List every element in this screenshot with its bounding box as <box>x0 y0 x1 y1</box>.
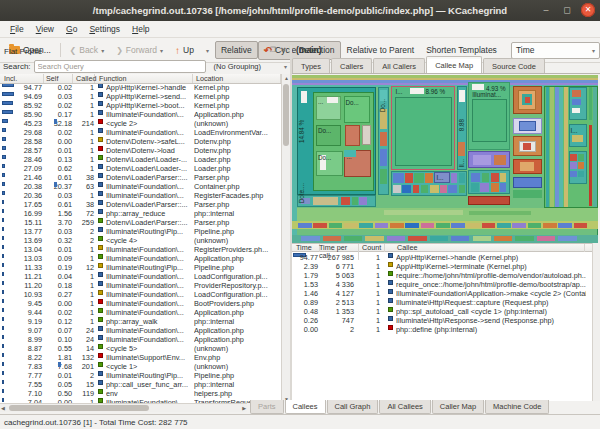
callee-map-rect[interactable] <box>572 90 581 97</box>
callee-map-rect[interactable] <box>458 142 465 155</box>
scrollbar-thumb[interactable] <box>283 84 289 146</box>
callee-row[interactable]: 2.396 7711App\Http\Kernel->terminate (Ke… <box>292 262 592 271</box>
callee-map-rect[interactable] <box>494 155 506 165</box>
callee-map-rect[interactable] <box>497 223 511 228</box>
callee-map-rect[interactable] <box>528 223 542 228</box>
scroll-left-icon[interactable]: ◀ <box>1 404 5 412</box>
callee-row[interactable]: 1.464 1271Illuminate\Foundation\Applicat… <box>292 289 592 298</box>
callee-map-rect[interactable] <box>473 155 491 165</box>
table-row[interactable]: 28.460.131Dotenv\Loader\Loader-...Loader… <box>0 155 281 164</box>
table-row[interactable]: 11.200.181Illuminate\Foundation\...Provi… <box>0 281 281 290</box>
table-row[interactable]: 28.580.001Dotenv\Dotenv->safeL...Dotenv.… <box>0 137 281 146</box>
callee-map-rect[interactable] <box>448 185 457 193</box>
bottom-tab-all-callees[interactable]: All Callees <box>379 400 430 414</box>
callee-map-rect[interactable] <box>408 236 426 241</box>
maximize-button[interactable]: ◻ <box>560 3 574 17</box>
table-row[interactable]: 9.440.021Illuminate\Foundation\...Applic… <box>0 308 281 317</box>
callee-map-rect[interactable] <box>472 84 484 90</box>
callee-map-rect[interactable] <box>570 171 576 178</box>
callee-map-rect[interactable] <box>482 173 490 181</box>
table-row[interactable]: 15.113.70259Dotenv\Loader\Parser::...Par… <box>0 218 281 227</box>
callee-map-rect[interactable] <box>480 183 489 191</box>
callee-row[interactable]: 0.481 3531php::spl_autoload_call <cycle … <box>292 307 592 316</box>
callee-map-rect[interactable] <box>572 99 581 106</box>
callee-map-rect[interactable] <box>341 197 350 205</box>
callee-map-rect[interactable] <box>523 143 531 150</box>
callee-map-rect[interactable] <box>559 87 563 207</box>
callee-map-rect[interactable] <box>405 173 413 183</box>
table-row[interactable]: 11.210.041Illuminate\Foundation\...LoadC… <box>0 272 281 281</box>
callee-map-rect[interactable] <box>525 97 530 103</box>
callee-map-rect[interactable] <box>380 169 388 184</box>
bottom-tab-parts[interactable]: Parts <box>250 400 284 414</box>
callee-map-rect[interactable] <box>327 97 338 103</box>
callee-map-rect[interactable] <box>468 196 510 205</box>
column-header-function[interactable]: Function <box>97 74 193 83</box>
dock-close-icon[interactable]: ✕ <box>280 46 286 54</box>
callee-map-rect[interactable] <box>410 88 424 94</box>
callee-map-rect[interactable] <box>323 236 341 241</box>
callee-map-rect[interactable] <box>451 223 465 228</box>
table-row[interactable]: 28.570.011Dotenv\Dotenv->loadDotenv.php <box>0 146 281 155</box>
callee-map-rect[interactable] <box>344 236 362 241</box>
table-row[interactable]: 9.190.121php::array_walkphp::internal <box>0 317 281 326</box>
callee-map-rect[interactable] <box>313 197 337 205</box>
callees-vertical-scrollbar[interactable] <box>592 243 600 401</box>
callee-map-rect[interactable] <box>380 149 388 166</box>
callee-map-rect[interactable] <box>393 173 404 183</box>
tab-all-callers[interactable]: All Callers <box>373 58 425 74</box>
callee-map-rect[interactable] <box>494 236 512 241</box>
callee-map-rect[interactable] <box>425 173 433 183</box>
callee-map-rect[interactable] <box>515 236 533 241</box>
menu-item-go[interactable]: Go <box>60 22 83 36</box>
menu-item-file[interactable]: File <box>4 22 30 36</box>
callee-map-rect[interactable] <box>414 173 423 183</box>
callee-map-rect[interactable] <box>578 154 584 161</box>
callee-map-rect[interactable] <box>459 90 465 102</box>
callee-map-rect[interactable] <box>519 121 536 131</box>
callee-row[interactable]: 0.267471Illuminate\Http\Response->send (… <box>292 316 592 325</box>
callee-map-rect[interactable] <box>593 87 597 207</box>
bottom-tab-callees[interactable]: Callees <box>285 400 326 414</box>
menu-item-settings[interactable]: Settings <box>83 22 126 36</box>
tab-types[interactable]: Types <box>292 58 330 74</box>
callee-map-rect[interactable] <box>440 185 446 193</box>
table-row[interactable]: 94.690.031App\Http\Kernel->send...Kernel… <box>0 92 281 101</box>
column-header-incl[interactable]: Incl. <box>2 74 44 83</box>
callee-map-rect[interactable] <box>301 91 307 103</box>
callee-map-rect[interactable] <box>384 210 464 215</box>
callee-map-rect[interactable] <box>471 183 479 191</box>
callee-map-rect[interactable] <box>589 125 593 206</box>
column-header-callee[interactable]: Callee <box>395 244 585 252</box>
table-row[interactable]: 20.360.031Illuminate\Foundation\...Regis… <box>0 191 281 200</box>
table-row[interactable]: 13.030.091Illuminate\Foundation\...Appli… <box>0 254 281 263</box>
table-row[interactable]: 7.100.50119envhelpers.php <box>0 389 281 398</box>
callee-map-rect[interactable] <box>570 162 576 169</box>
callee-row[interactable]: 0.892 5131Illuminate\Http\Request::captu… <box>292 298 592 307</box>
callee-row[interactable]: 0.0021php::define (php:internal) <box>292 325 592 334</box>
callee-map-rect[interactable] <box>546 87 550 207</box>
callee-map-rect[interactable] <box>564 87 568 207</box>
callee-map-rect[interactable] <box>578 162 584 169</box>
callee-row[interactable]: 1.534 3361require_once::/home/john/html/… <box>292 280 592 289</box>
column-header-called[interactable]: Called <box>74 74 95 83</box>
callee-map-rect[interactable] <box>362 125 371 145</box>
column-header-self[interactable]: Self <box>44 74 73 83</box>
callee-map-rect[interactable] <box>459 173 465 183</box>
callee-map-rect[interactable] <box>466 223 480 228</box>
table-row[interactable]: 13.040.011Illuminate\Foundation\...Regis… <box>0 245 281 254</box>
callee-map-rect[interactable] <box>491 183 499 191</box>
callee-map-rect[interactable] <box>359 223 373 228</box>
table-row[interactable]: 21.460.6138Dotenv\Loader\Parser::...Pars… <box>0 173 281 182</box>
table-row[interactable]: 85.900.171Illuminate\Foundation\...Appli… <box>0 110 281 119</box>
callee-map-rect[interactable] <box>380 132 388 145</box>
minimize-button[interactable]: – <box>539 3 553 17</box>
scrollbar-thumb[interactable] <box>9 405 149 411</box>
search-input[interactable] <box>34 60 207 73</box>
callee-map-rect[interactable] <box>430 185 439 193</box>
bottom-tab-caller-map[interactable]: Caller Map <box>432 400 484 414</box>
table-row[interactable]: 20.3820.3763Illuminate\Foundation\...Con… <box>0 182 281 191</box>
callee-map-rect[interactable] <box>352 197 358 205</box>
tab-source-code[interactable]: Source Code <box>483 58 545 74</box>
callee-map-rect[interactable] <box>451 173 457 183</box>
